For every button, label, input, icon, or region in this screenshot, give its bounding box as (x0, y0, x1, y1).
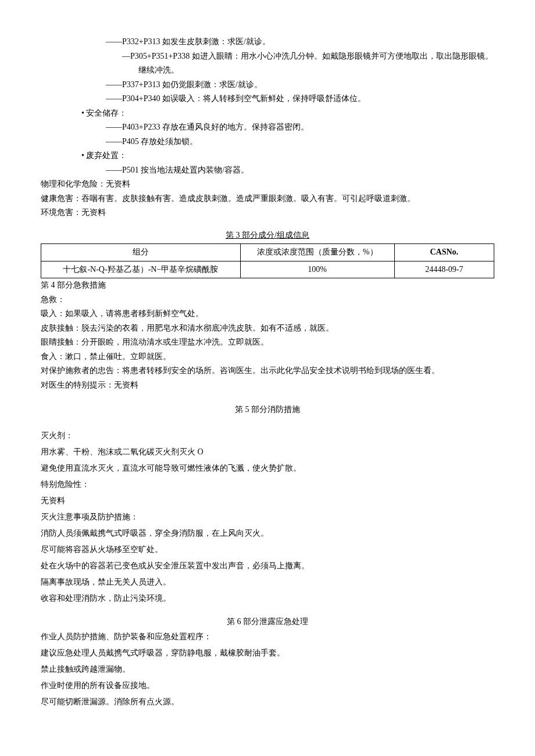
section-4-title: 第 4 部分急救措施 (41, 278, 494, 293)
ground-equipment: 作业时使用的所有设备应接地。 (41, 678, 494, 694)
cell-concentration: 100% (240, 261, 394, 278)
cell-component: 十七叙-N-Q-羟基乙基）-N−甲基辛烷磺酰胺 (41, 261, 241, 278)
p305-p351-p338: —P305+P351+P338 如进入眼睛：用水小心冲洗几分钟。如戴隐形眼镜并可… (41, 49, 494, 78)
special-hazard-text: 无资料 (41, 493, 494, 509)
section-6-title: 第 6 部分泄露应急处理 (41, 615, 494, 629)
disposal-label: • 废弃处置： (41, 149, 494, 163)
col-casno: CASNo. (394, 244, 494, 261)
no-contact: 禁止接触或跨越泄漏物。 (41, 661, 494, 678)
p332-p313: ——P332+P313 如发生皮肤刺激：求医/就诊。 (41, 35, 494, 49)
skin-contact: 皮肤接触：脱去污染的衣着，用肥皂水和清水彻底冲洗皮肤。如有不适感，就医。 (41, 321, 494, 336)
col-concentration: 浓度或浓度范围（质量分数，%） (240, 244, 394, 261)
rescuer-advice: 对保护施救者的忠告：将患者转移到安全的场所。咨询医生。出示此化学品安全技术说明书… (41, 364, 494, 378)
doctor-note: 对医生的特别提示：无资料 (41, 378, 494, 393)
isolate-scene: 隔离事故现场，禁止无关人员进入。 (41, 574, 494, 590)
first-aid-label: 急救： (41, 293, 494, 307)
extinguisher-text: 用水雾、干粉、泡沫或二氧化碳灭火剂灭火 O (41, 444, 494, 460)
p405: ——P405 存放处须加锁。 (41, 135, 494, 149)
table-header-row: 组分 浓度或浓度范围（质量分数，%） CASNo. (41, 244, 494, 261)
composition-table: 组分 浓度或浓度范围（质量分数，%） CASNo. 十七叙-N-Q-羟基乙基）-… (41, 243, 494, 278)
p304-p340: ——P304+P340 如误吸入：将人转移到空气新鲜处，保持呼吸舒适体位。 (41, 92, 494, 106)
safe-storage-label: • 安全储存： (41, 106, 494, 121)
contain-water: 收容和处理消防水，防止污染环境。 (41, 590, 494, 607)
precaution-block: ——P332+P313 如发生皮肤刺激：求医/就诊。 —P305+P351+P3… (41, 35, 494, 177)
env-hazard: 环境危害：无资料 (41, 206, 494, 220)
physical-hazard: 物理和化学危险：无资料 (41, 177, 494, 192)
section-5-body: 灭火剂： 用水雾、干粉、泡沫或二氧化碳灭火剂灭火 O 避免使用直流水灭火，直流水… (41, 428, 494, 607)
responder-equip: 建议应急处理人员戴携气式呼吸器，穿防静电服，戴橡胶耐油手套。 (41, 645, 494, 661)
inhalation: 吸入：如果吸入，请将患者移到新鲜空气处。 (41, 307, 494, 321)
p337-p313: ——P337+P313 如仍觉眼刺激：求医/就诊。 (41, 78, 494, 92)
container-warning: 处在火场中的容器若已变色或从安全泄压装置中发出声音，必须马上撤离。 (41, 558, 494, 574)
p501: ——P501 按当地法规处置内装物/容器。 (41, 163, 494, 178)
firefighter-equip: 消防人员须佩戴携气式呼吸器，穿全身消防服，在上风向灭火。 (41, 525, 494, 542)
firefighting-precaution-label: 灭火注意事项及防护措施： (41, 509, 494, 525)
section-6-body: 作业人员防护措施、防护装备和应急处置程序： 建议应急处理人员戴携气式呼吸器，穿防… (41, 629, 494, 710)
table-row: 十七叙-N-Q-羟基乙基）-N−甲基辛烷磺酰胺 100% 24448-09-7 (41, 261, 494, 278)
special-hazard-label: 特别危险性： (41, 476, 494, 493)
col-component: 组分 (41, 244, 241, 261)
extinguisher-label: 灭火剂： (41, 428, 494, 444)
ingestion: 食入：漱口，禁止催吐。立即就医。 (41, 350, 494, 364)
section-5-title: 第 5 部分消防措施 (41, 403, 494, 417)
avoid-water: 避免使用直流水灭火，直流水可能导致可燃性液体的飞溅，使火势扩散。 (41, 460, 494, 476)
section-3-title: 第 3 部分成分/组成信息 (41, 228, 494, 243)
cell-casno: 24448-09-7 (394, 261, 494, 278)
health-hazard: 健康危害：吞咽有害。皮肤接触有害。造成皮肤刺激。造成严重眼刺激。吸入有害。可引起… (41, 192, 494, 206)
cut-source: 尽可能切断泄漏源。消除所有点火源。 (41, 694, 494, 710)
personnel-protection-label: 作业人员防护措施、防护装备和应急处置程序： (41, 629, 494, 645)
p403-p233: ——P403+P233 存放在通风良好的地方。保持容器密闭。 (41, 120, 494, 135)
eye-contact: 眼睛接触：分开眼睑，用流动清水或生理盐水冲洗。立即就医。 (41, 335, 494, 350)
move-containers: 尽可能将容器从火场移至空旷处。 (41, 542, 494, 558)
